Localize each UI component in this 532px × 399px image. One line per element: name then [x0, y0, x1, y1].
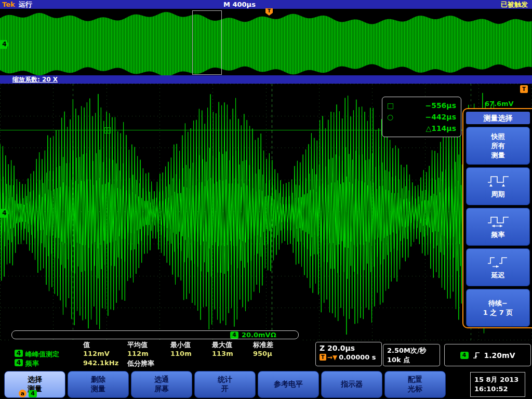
meas-row2-value: 942.1kHz: [83, 359, 118, 367]
menu-button-snapshot-all[interactable]: 快照 所有 测量: [466, 127, 530, 165]
cursor-readout-box: □ −556µs ○ −442µs △114µs: [382, 97, 461, 137]
sample-rate-value: 2.50M次/秒: [387, 346, 436, 355]
trigger-level-value: 1.20mV: [484, 351, 515, 360]
bottom-menu-remove-measurement[interactable]: 删除 测量: [68, 371, 129, 398]
knob-indicators: a 4: [19, 390, 37, 397]
bottom-menu-configure-cursors[interactable]: 配置 光标: [384, 371, 446, 398]
trigger-status: 已被触发: [501, 0, 528, 9]
top-status-bar: Tek 运行 M 400µs 已被触发: [0, 0, 532, 9]
meas-row1-name: 峰峰值测定: [25, 350, 59, 359]
acquisition-box: 2.50M次/秒 10k 点: [383, 344, 440, 366]
meas-header-value: 值: [83, 340, 90, 350]
menu-button-period-label: 周期: [491, 190, 505, 199]
overview-waveform-canvas: [0, 8, 532, 75]
cursor1-square-icon: □: [387, 100, 394, 111]
cursor2-circle-icon: ○: [387, 111, 393, 123]
meas-row1-mean: 112m: [127, 350, 149, 357]
cursor2-value: −442µs: [425, 111, 456, 123]
datetime-box: 15 8月 2013 16:10:52: [470, 372, 525, 397]
multipurpose-knob-a-icon: a: [19, 390, 26, 397]
meas-row2-note: 低分辨率: [127, 359, 154, 368]
channel-4-badge: 4: [230, 331, 238, 339]
cursor1-row: □ −556µs: [387, 100, 456, 111]
zoom-factor-bar: 缩放系数: 20 X: [0, 75, 532, 84]
bottom-menu-statistics[interactable]: 统计 开: [194, 371, 256, 398]
zoom-timebase-box: Z 20.0µs T →▼ 0.00000 s: [315, 342, 382, 366]
time-value: 16:10:52: [474, 384, 521, 394]
horizontal-position-value: 0.00000 s: [339, 353, 376, 361]
trigger-symbol-icon: T: [320, 354, 326, 361]
cursor-delta-value: △114µs: [425, 123, 456, 134]
menu-button-frequency-label: 频率: [491, 230, 505, 240]
channel-scale-pill: 4 20.0mVΩ: [11, 330, 299, 339]
date-value: 15 8月 2013: [474, 375, 521, 384]
channel-4-badge: 4: [460, 352, 469, 359]
channel-4-badge: 4: [29, 390, 37, 397]
meas-header-min: 最小值: [170, 340, 191, 350]
cursor2-row: ○ −442µs: [387, 111, 456, 123]
record-length-value: 10k 点: [387, 355, 436, 365]
cursor1-value: −556µs: [425, 100, 456, 111]
cursor-amplitude-readout: 67.6mV: [485, 100, 514, 108]
side-menu-title: 测量选择: [466, 112, 530, 124]
menu-button-frequency[interactable]: 频率: [466, 208, 530, 246]
main-timebase-readout: M 400µs: [223, 0, 256, 9]
meas-row2-name: 频率: [25, 359, 39, 368]
trigger-marker-icon[interactable]: T: [520, 85, 528, 93]
tek-logo: Tek: [2, 0, 15, 9]
rising-edge-slope-icon: [473, 351, 480, 360]
meas-row1-value: 112mV: [83, 350, 110, 357]
bottom-menu-indicators[interactable]: 指示器: [321, 371, 382, 398]
meas-header-max: 最大值: [212, 340, 232, 350]
zoom-window-bracket[interactable]: [192, 10, 222, 75]
cursor-delta-row: △114µs: [387, 123, 456, 134]
menu-button-delay-label: 延迟: [491, 271, 505, 280]
trigger-readout-box: 4 1.20mV: [444, 344, 531, 366]
channel-scale-value: 20.0mVΩ: [242, 331, 276, 339]
period-waveform-icon: [486, 174, 510, 188]
position-arrow-icon: →▼: [327, 354, 337, 361]
meas-row1-stddev: 950µ: [253, 350, 272, 357]
meas-header-stddev: 标准差: [253, 340, 273, 350]
meas-row1-max: 113m: [212, 350, 233, 357]
meas-header-mean: 平均值: [127, 340, 148, 350]
channel-4-badge: 4: [15, 359, 23, 366]
oscilloscope-screen: Tek 运行 M 400µs 已被触发 4 T 缩放系数: 20 X 4 T 6…: [0, 0, 532, 399]
zoom-timebase-value: Z 20.0µs: [320, 344, 378, 352]
menu-button-delay[interactable]: 延迟: [466, 248, 530, 286]
measurement-table: 值 平均值 最小值 最大值 标准差 4 峰峰值测定 112mV 112m 110…: [11, 340, 300, 370]
zoom-factor-label: 缩放系数: 20 X: [12, 76, 58, 83]
run-status: 运行: [19, 0, 32, 9]
menu-button-period[interactable]: 周期: [466, 167, 530, 205]
bottom-menu-reference-levels[interactable]: 参考电平: [258, 371, 319, 398]
meas-row1-min: 110m: [170, 350, 192, 357]
channel-4-badge: 4: [15, 350, 23, 357]
side-menu-panel: 测量选择 快照 所有 测量 周期 频率 延迟: [462, 108, 532, 328]
frequency-waveform-icon: [486, 215, 510, 229]
menu-button-more-pages[interactable]: 待续− 1 之 7 页: [466, 289, 530, 327]
delay-waveform-icon: [486, 255, 510, 269]
bottom-menu-gating[interactable]: 选通 屏幕: [131, 371, 192, 398]
